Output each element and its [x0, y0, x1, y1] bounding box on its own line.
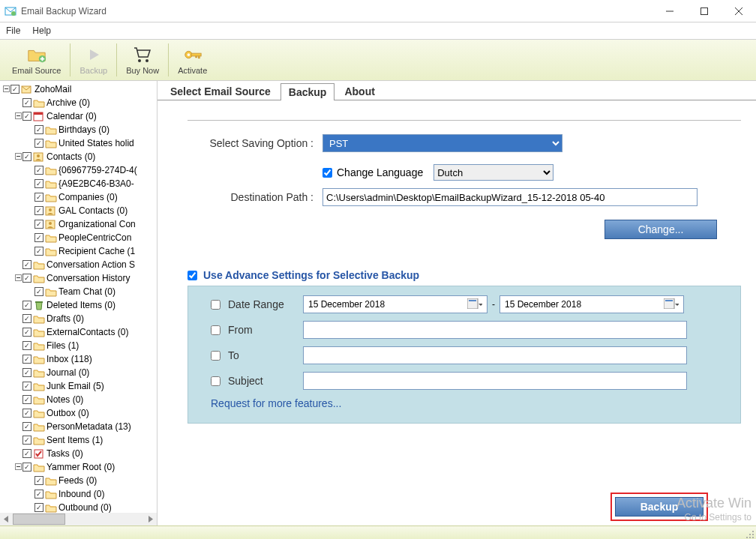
tree-item[interactable]: Team Chat (0): [2, 285, 157, 298]
tree-checkbox[interactable]: [34, 503, 44, 512]
from-checkbox[interactable]: [211, 325, 220, 335]
tree-item[interactable]: Organizational Con: [2, 217, 157, 231]
tree-item[interactable]: Feeds (0): [2, 474, 157, 487]
tree-item[interactable]: United States holid: [2, 136, 157, 150]
tree-item[interactable]: Contacts (0): [2, 150, 157, 163]
tree-item[interactable]: Inbound (0): [2, 487, 157, 501]
tree-checkbox[interactable]: [22, 436, 32, 445]
tree-scrollbar[interactable]: [0, 513, 157, 526]
change-language-checkbox[interactable]: [322, 168, 332, 178]
tree-item[interactable]: Companies (0): [2, 190, 157, 204]
change-button[interactable]: Change...: [604, 220, 717, 239]
tree-item[interactable]: ZohoMail: [2, 82, 157, 96]
tree-item[interactable]: ExternalContacts (0): [2, 325, 157, 339]
tree-item[interactable]: PeopleCentricCon: [2, 231, 157, 244]
tree-item[interactable]: Deleted Items (0): [2, 298, 157, 312]
tree-item[interactable]: Recipient Cache (1: [2, 244, 157, 258]
tree-checkbox[interactable]: [22, 112, 32, 121]
tree-checkbox[interactable]: [22, 301, 32, 310]
tree-item[interactable]: {A9E2BC46-B3A0-: [2, 177, 157, 190]
tree-item[interactable]: Notes (0): [2, 393, 157, 406]
expand-icon[interactable]: [14, 153, 22, 161]
folder-tree[interactable]: ZohoMailArchive (0)Calendar (0)Birthdays…: [0, 81, 157, 514]
tree-checkbox[interactable]: [34, 193, 44, 202]
subject-checkbox[interactable]: [211, 376, 220, 386]
tree-item[interactable]: Archive (0): [2, 96, 157, 109]
tree-checkbox[interactable]: [22, 382, 32, 391]
tree-item[interactable]: {06967759-274D-4(: [2, 163, 157, 177]
tree-item[interactable]: Conversation Action S: [2, 258, 157, 271]
toolbar-backup[interactable]: Backup: [74, 41, 113, 79]
language-select[interactable]: Dutch: [434, 164, 554, 181]
tree-checkbox[interactable]: [22, 274, 32, 283]
tree-item[interactable]: PersonMetadata (13): [2, 420, 157, 433]
date-from-picker[interactable]: 15 December 2018: [303, 295, 488, 313]
date-to-picker[interactable]: 15 December 2018: [500, 295, 684, 313]
maximize-button[interactable]: [687, 0, 722, 22]
tree-checkbox[interactable]: [34, 247, 44, 256]
toolbar-email-source[interactable]: Email Source: [6, 41, 67, 79]
tree-item[interactable]: Drafts (0): [2, 312, 157, 325]
tree-item[interactable]: Birthdays (0): [2, 123, 157, 136]
tree-checkbox[interactable]: [22, 409, 32, 418]
tree-checkbox[interactable]: [34, 166, 44, 175]
toolbar-activate[interactable]: Activate: [172, 41, 213, 79]
tree-checkbox[interactable]: [34, 125, 44, 134]
tree-item[interactable]: GAL Contacts (0): [2, 204, 157, 217]
tree-checkbox[interactable]: [34, 139, 44, 148]
from-input[interactable]: [303, 321, 687, 339]
expand-icon[interactable]: [14, 463, 22, 472]
tree-item[interactable]: Conversation History: [2, 271, 157, 285]
tree-item[interactable]: Journal (0): [2, 366, 157, 379]
tab-about[interactable]: About: [336, 82, 382, 100]
expand-icon[interactable]: [2, 85, 10, 94]
tab-backup[interactable]: Backup: [280, 83, 335, 100]
tree-checkbox[interactable]: [34, 490, 44, 499]
tree-item[interactable]: Tasks (0): [2, 447, 157, 460]
tree-item[interactable]: Junk Email (5): [2, 379, 157, 393]
tree-checkbox[interactable]: [34, 220, 44, 229]
tree-checkbox[interactable]: [22, 314, 32, 323]
subject-input[interactable]: [303, 372, 687, 390]
request-features-link[interactable]: Request for more features...: [211, 397, 727, 409]
expand-icon[interactable]: [14, 274, 22, 283]
tree-checkbox[interactable]: [22, 449, 32, 458]
tree-checkbox[interactable]: [22, 152, 32, 161]
tree-checkbox[interactable]: [34, 206, 44, 215]
date-range-checkbox[interactable]: [211, 300, 220, 310]
tree-item[interactable]: Inbox (118): [2, 352, 157, 366]
tree-item[interactable]: Files (1): [2, 339, 157, 352]
tree-checkbox[interactable]: [22, 422, 32, 431]
tab-select-email-source[interactable]: Select Email Source: [162, 82, 279, 100]
resize-grip[interactable]: [744, 529, 754, 539]
tree-checkbox[interactable]: [22, 328, 32, 337]
tree-checkbox[interactable]: [10, 85, 20, 94]
tree-checkbox[interactable]: [34, 233, 44, 242]
tree-checkbox[interactable]: [22, 395, 32, 404]
tree-item[interactable]: Outbox (0): [2, 406, 157, 420]
tree-item[interactable]: Calendar (0): [2, 109, 157, 123]
saving-option-select[interactable]: PST: [322, 134, 562, 152]
minimize-button[interactable]: [652, 0, 687, 22]
tree-checkbox[interactable]: [22, 341, 32, 350]
tree-checkbox[interactable]: [22, 98, 32, 107]
to-input[interactable]: [303, 346, 687, 364]
tree-checkbox[interactable]: [22, 463, 32, 472]
tree-checkbox[interactable]: [22, 368, 32, 377]
tree-item[interactable]: Sent Items (1): [2, 433, 157, 447]
menu-help[interactable]: Help: [32, 25, 51, 36]
advance-settings-checkbox[interactable]: [188, 271, 197, 280]
to-checkbox[interactable]: [211, 351, 220, 361]
tree-checkbox[interactable]: [34, 287, 44, 296]
tree-checkbox[interactable]: [34, 179, 44, 188]
menu-file[interactable]: File: [6, 25, 20, 36]
tree-checkbox[interactable]: [34, 476, 44, 485]
tree-checkbox[interactable]: [22, 355, 32, 364]
tree-checkbox[interactable]: [22, 260, 32, 269]
expand-icon[interactable]: [14, 112, 22, 121]
toolbar-buy-now[interactable]: Buy Now: [120, 41, 165, 79]
backup-button[interactable]: Backup: [615, 497, 704, 517]
close-button[interactable]: [722, 0, 756, 22]
tree-item[interactable]: Yammer Root (0): [2, 460, 157, 474]
destination-path-input[interactable]: [322, 188, 698, 206]
